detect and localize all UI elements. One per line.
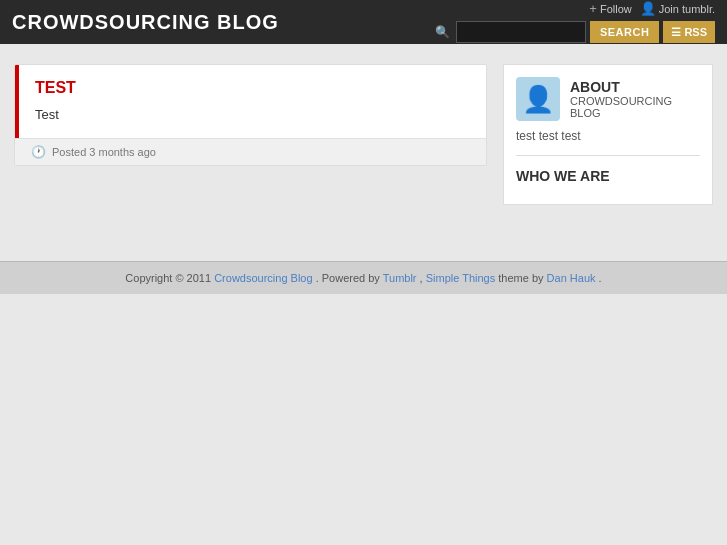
posted-time: Posted 3 months ago xyxy=(52,146,156,158)
powered-by-text: . Powered by xyxy=(316,272,380,284)
about-title-block: ABOUT CROWDSOURCING BLOG xyxy=(570,79,700,119)
about-section: 👤 ABOUT CROWDSOURCING BLOG test test tes… xyxy=(503,64,713,205)
about-description: test test test xyxy=(516,129,700,143)
avatar: 👤 xyxy=(516,77,560,121)
about-header: 👤 ABOUT CROWDSOURCING BLOG xyxy=(516,77,700,121)
left-column: TEST Test 🕐 Posted 3 months ago xyxy=(14,64,487,221)
about-label: ABOUT xyxy=(570,79,700,95)
footer: Copyright © 2011 Crowdsourcing Blog . Po… xyxy=(0,261,727,294)
plus-icon: + xyxy=(589,1,597,16)
search-input[interactable] xyxy=(456,21,586,43)
theme-by-text: theme by xyxy=(498,272,546,284)
post-title[interactable]: TEST xyxy=(35,79,470,97)
header: CROWDSOURCING BLOG + Follow 👤 Join tumbl… xyxy=(0,0,727,44)
search-row: 🔍 SEARCH ☰ RSS xyxy=(435,21,715,43)
person-icon: 👤 xyxy=(640,1,656,16)
avatar-icon: 👤 xyxy=(522,84,554,115)
who-we-are-label: WHO WE ARE xyxy=(516,168,700,184)
sidebar-divider xyxy=(516,155,700,156)
blog-link[interactable]: Crowdsourcing Blog xyxy=(214,272,312,284)
follow-button[interactable]: + Follow xyxy=(589,1,631,16)
main-content: TEST Test 🕐 Posted 3 months ago 👤 ABOUT … xyxy=(0,44,727,241)
comma-text: , xyxy=(420,272,423,284)
site-title: CROWDSOURCING BLOG xyxy=(12,11,279,34)
simple-things-link[interactable]: Simple Things xyxy=(426,272,496,284)
post-body: TEST Test xyxy=(15,65,486,138)
rss-button[interactable]: ☰ RSS xyxy=(663,21,715,43)
header-controls: + Follow 👤 Join tumblr. 🔍 SEARCH ☰ RSS xyxy=(435,1,715,43)
rss-icon: ☰ xyxy=(671,26,681,39)
tumblr-link[interactable]: Tumblr xyxy=(383,272,417,284)
header-links: + Follow 👤 Join tumblr. xyxy=(589,1,715,16)
post-excerpt: Test xyxy=(35,107,470,122)
search-button[interactable]: SEARCH xyxy=(590,21,659,43)
about-blog-name: CROWDSOURCING BLOG xyxy=(570,95,700,119)
right-sidebar: 👤 ABOUT CROWDSOURCING BLOG test test tes… xyxy=(503,64,713,221)
dan-hauk-link[interactable]: Dan Hauk xyxy=(547,272,596,284)
post-card: TEST Test 🕐 Posted 3 months ago xyxy=(14,64,487,166)
clock-icon: 🕐 xyxy=(31,145,46,159)
period-text: . xyxy=(599,272,602,284)
join-tumblr-button[interactable]: 👤 Join tumblr. xyxy=(640,1,715,16)
search-icon: 🔍 xyxy=(435,25,450,39)
copyright-text: Copyright © 2011 xyxy=(125,272,211,284)
post-footer: 🕐 Posted 3 months ago xyxy=(15,138,486,165)
